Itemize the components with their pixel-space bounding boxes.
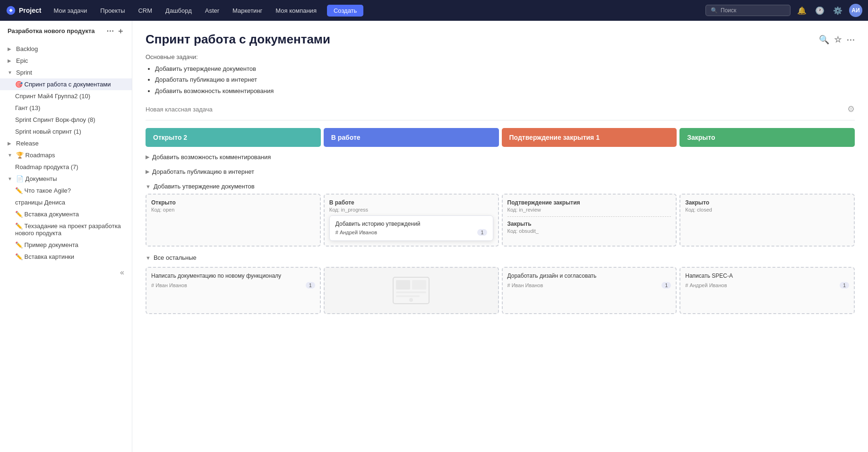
sidebar-item-roadmap-product[interactable]: Roadmap продукта (7)	[0, 161, 132, 173]
page-title-actions: 🔍 ☆ ⋯	[819, 34, 855, 45]
sidebar-label-example-doc: ✏️ Пример документа	[15, 241, 124, 248]
other-card-3-title: Доработать дизайн и согласовать	[507, 273, 671, 279]
sidebar-more-icon[interactable]: ⋯	[106, 26, 114, 36]
other-card-1-title: Написать документацию по новому функцион…	[151, 273, 315, 279]
sidebar-item-insert-image[interactable]: ✏️ Вставка картинки	[0, 251, 132, 263]
new-task-settings-icon[interactable]: ⚙	[847, 104, 855, 114]
sidebar-item-sprint-workflow[interactable]: Sprint Спринт Ворк-флоу (8)	[0, 114, 132, 126]
logo-icon	[6, 5, 16, 16]
intro-label: Основные задачи:	[146, 53, 855, 60]
sidebar-label-roadmaps: 🏆 Roadmaps	[16, 152, 124, 159]
sidebar-label-sprint-may: Спринт Май4 Группа2 (10)	[15, 93, 124, 100]
kanban-header-open[interactable]: Открыто 2	[146, 128, 321, 147]
sidebar-item-example-doc[interactable]: ✏️ Пример документа	[0, 239, 132, 251]
nav-my-company[interactable]: Моя компания	[271, 5, 321, 16]
nav-aster[interactable]: Aster	[200, 5, 224, 16]
other-card-4-meta: # Андрей Иванов 1	[685, 282, 849, 289]
sidebar-label-agile: ✏️ Что такое Agile?	[15, 187, 124, 194]
sidebar-item-epic[interactable]: ▶ Epic	[0, 55, 132, 67]
approval-cell-closed: Закрыто Код: closed	[679, 194, 855, 247]
search-placeholder: Поиск	[721, 7, 736, 14]
sidebar-add-icon[interactable]: ＋	[117, 26, 124, 36]
kanban-header-review[interactable]: Подтверждение закрытия 1	[502, 128, 677, 147]
avatar[interactable]: AИ	[849, 4, 862, 17]
sidebar-item-backlog[interactable]: ▶ Backlog	[0, 43, 132, 55]
sidebar-item-sprint-may[interactable]: Спринт Май4 Группа2 (10)	[0, 90, 132, 102]
settings-icon[interactable]: ⚙️	[831, 5, 844, 16]
sidebar-header-actions: ⋯ ＋	[106, 26, 124, 36]
other-card-image	[324, 267, 499, 314]
nav-projects[interactable]: Проекты	[95, 5, 129, 16]
kanban-header-closed[interactable]: Закрыто	[679, 128, 855, 147]
other-card-4-count: 1	[840, 282, 849, 289]
sidebar-label-roadmap-product: Roadmap продукта (7)	[15, 163, 124, 171]
sidebar-item-denis-pages[interactable]: страницы Дениса	[0, 196, 132, 208]
nav-my-tasks[interactable]: Мои задачи	[49, 5, 92, 16]
sidebar: Разработка нового продукта ⋯ ＋ ▶ Backlog…	[0, 21, 132, 452]
app-name: Project	[19, 7, 41, 14]
group-comments-label: Добавить возможность комментирования	[152, 154, 271, 161]
all-others-arrow-icon: ▼	[146, 255, 151, 261]
other-card-1-count: 1	[306, 282, 315, 289]
other-card-1-user: # Иван Иванов	[151, 282, 187, 288]
create-button[interactable]: Создать	[327, 5, 363, 17]
sidebar-item-sprint-docs[interactable]: 🎯 Спринт работа с документами	[0, 78, 132, 90]
intro-task-1: Добавить утверждение документов	[155, 63, 855, 74]
nav-dashboard[interactable]: Дашборд	[161, 5, 197, 16]
group-approval-label: Добавить утверждение документов	[154, 183, 255, 190]
svg-point-6	[409, 298, 413, 302]
other-card-3-meta: # Иван Иванов 1	[507, 282, 671, 289]
app-logo[interactable]: Project	[6, 5, 41, 16]
nav-crm[interactable]: CRM	[133, 5, 157, 16]
page-title-row: Спринт работа с документами 🔍 ☆ ⋯	[146, 32, 855, 47]
top-navigation: Project Мои задачи Проекты CRM Дашборд A…	[0, 0, 868, 21]
star-icon[interactable]: ☆	[834, 34, 842, 45]
other-card-4-title: Написать SPEC-A	[685, 273, 849, 279]
svg-rect-4	[396, 295, 420, 297]
approval-popup-card[interactable]: Добавить историю утверждений # Андрей Ив…	[329, 215, 493, 241]
group-publish-label: Доработать публикацию в интернет	[152, 168, 254, 175]
all-others-header[interactable]: ▼ Все остальные	[146, 252, 855, 263]
sidebar-project-name: Разработка нового продукта	[8, 27, 95, 35]
other-card-3-user: # Иван Иванов	[507, 282, 543, 288]
intro-task-2: Доработать публикацию в интернет	[155, 74, 855, 85]
approval-open-status: Открыто	[151, 199, 315, 206]
sidebar-item-release[interactable]: ▶ Release	[0, 137, 132, 149]
sidebar-item-sprint[interactable]: ▼ Sprint	[0, 67, 132, 78]
other-card-4-user: # Андрей Иванов	[685, 282, 727, 288]
sidebar-label-sprint: Sprint	[16, 69, 124, 76]
sidebar-item-agile[interactable]: ✏️ Что такое Agile?	[0, 185, 132, 196]
task-group-publish-header[interactable]: ▶ Доработать публикацию в интернет	[146, 166, 855, 177]
nav-right-section: 🔍 Поиск 🔔 🕐 ⚙️ AИ	[705, 4, 862, 17]
task-group-approval: ▼ Добавить утверждение документов Открыт…	[146, 181, 855, 247]
sidebar-label-denis-pages: страницы Дениса	[15, 199, 124, 206]
new-task-input[interactable]	[146, 106, 847, 113]
task-group-approval-header[interactable]: ▼ Добавить утверждение документов	[146, 181, 855, 192]
sidebar-item-roadmaps[interactable]: ▼ 🏆 Roadmaps	[0, 149, 132, 161]
sidebar-collapse-button[interactable]: «	[120, 268, 124, 277]
more-options-icon[interactable]: ⋯	[846, 34, 855, 45]
approval-closed-code: Код: closed	[685, 207, 849, 213]
sidebar-item-documents[interactable]: ▼ 📄 Документы	[0, 173, 132, 185]
kanban-header-in-progress[interactable]: В работе	[324, 128, 499, 147]
notifications-icon[interactable]: 🔔	[795, 5, 808, 16]
sidebar-label-insert-doc: ✏️ Вставка документа	[15, 211, 124, 218]
sidebar-footer: «	[0, 264, 132, 281]
nav-marketing[interactable]: Маркетинг	[228, 5, 267, 16]
approval-review-substatus: Закрыть	[507, 221, 671, 227]
sidebar-item-sprint-new[interactable]: Sprint новый спринт (1)	[0, 126, 132, 137]
sidebar-item-insert-doc[interactable]: ✏️ Вставка документа	[0, 208, 132, 220]
search-page-icon[interactable]: 🔍	[819, 34, 829, 45]
tasks-intro: Основные задачи: Добавить утверждение до…	[146, 53, 855, 96]
approval-review-subcode: Код: obsudit_	[507, 228, 671, 234]
search-box[interactable]: 🔍 Поиск	[705, 5, 791, 16]
task-group-comments-header[interactable]: ▶ Добавить возможность комментирования	[146, 152, 855, 162]
sidebar-item-techspec[interactable]: ✏️ Техзадание на проект разработка новог…	[0, 220, 132, 239]
all-others-label: Все остальные	[154, 254, 197, 261]
group-approval-arrow-icon: ▼	[146, 184, 151, 189]
other-card-3: Доработать дизайн и согласовать # Иван И…	[502, 267, 677, 314]
history-icon[interactable]: 🕐	[813, 5, 826, 16]
sidebar-item-gantt[interactable]: Гант (13)	[0, 102, 132, 114]
kanban-headers: Открыто 2 В работе Подтверждение закрыти…	[146, 128, 855, 147]
image-placeholder-icon	[392, 276, 430, 305]
